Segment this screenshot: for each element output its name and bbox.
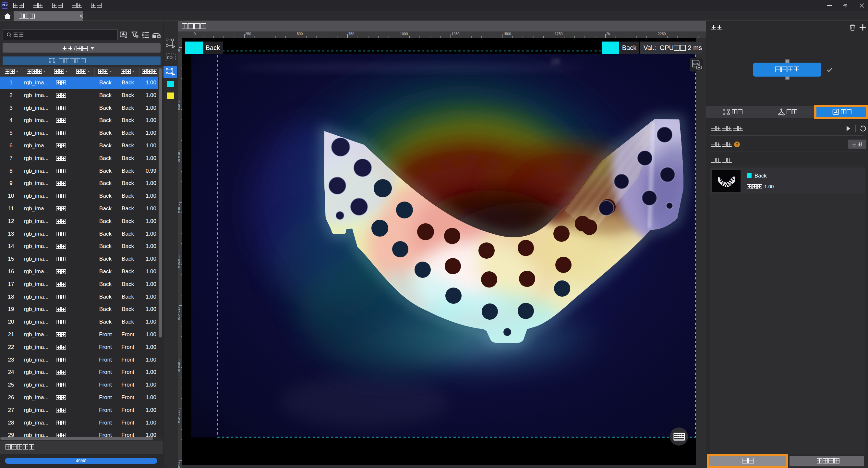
svg-text:k: k (178, 465, 180, 468)
svg-text:0: 0 (178, 259, 180, 262)
svg-text:500: 500 (297, 32, 303, 36)
svg-text:0: 0 (194, 32, 195, 36)
svg-text:1: 1 (178, 410, 180, 413)
svg-text:0: 0 (178, 107, 180, 111)
svg-text:ROI: ROI (167, 56, 174, 60)
svg-text:0: 0 (178, 159, 180, 162)
svg-text:18: 18 (551, 56, 560, 66)
svg-text:0: 0 (178, 317, 180, 321)
svg-text:1: 1 (178, 255, 180, 259)
svg-text:0: 0 (178, 49, 180, 52)
svg-text:1: 1 (178, 307, 180, 310)
svg-text:1750: 1750 (555, 32, 562, 36)
svg-text:2: 2 (178, 462, 180, 465)
svg-text:0: 0 (178, 262, 180, 265)
svg-text:750: 750 (348, 32, 354, 36)
svg-text:0: 0 (178, 210, 180, 214)
svg-text:1500: 1500 (503, 32, 511, 36)
svg-text:0: 0 (178, 265, 180, 269)
svg-text:0: 0 (178, 155, 180, 159)
svg-text:CAM: CAM (693, 62, 700, 65)
svg-text:7: 7 (178, 204, 180, 207)
svg-text:5: 5 (178, 362, 180, 365)
svg-text:2k: 2k (606, 32, 610, 36)
svg-text:5: 5 (178, 417, 180, 420)
svg-text:0: 0 (178, 365, 180, 369)
svg-text:0: 0 (178, 420, 180, 424)
svg-text:2: 2 (178, 310, 180, 314)
svg-text:250: 250 (245, 32, 251, 36)
svg-text:1: 1 (178, 358, 180, 362)
svg-text:2: 2 (178, 100, 180, 104)
svg-text:0: 0 (178, 369, 180, 372)
svg-text:5: 5 (178, 152, 180, 155)
svg-text:2250: 2250 (658, 32, 665, 36)
svg-text:5: 5 (178, 207, 180, 211)
svg-text:1250: 1250 (452, 32, 459, 36)
svg-text:5: 5 (178, 314, 180, 317)
svg-text:5: 5 (178, 104, 180, 108)
svg-text:1000: 1000 (400, 32, 408, 36)
svg-text:7: 7 (178, 413, 180, 417)
